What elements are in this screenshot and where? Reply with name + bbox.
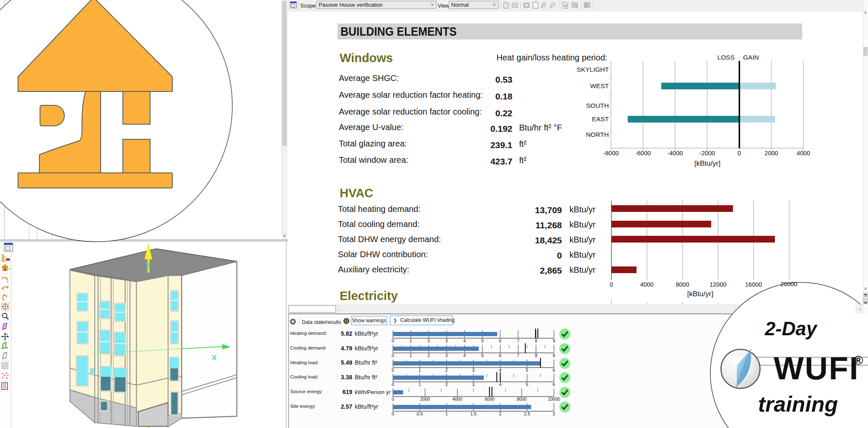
svg-text:2.5: 2.5 xyxy=(524,411,530,416)
svg-text:z: z xyxy=(6,294,8,298)
svg-text:Z: Z xyxy=(146,262,151,271)
svg-text:Y: Y xyxy=(7,285,9,289)
svg-text:-4000: -4000 xyxy=(667,150,683,157)
svg-text:4000: 4000 xyxy=(640,281,654,288)
svg-text:2000: 2000 xyxy=(764,150,778,157)
svg-text:0: 0 xyxy=(392,411,394,416)
svg-text:2-Day: 2-Day xyxy=(764,318,818,339)
svg-text:SOUTH: SOUTH xyxy=(586,102,609,109)
svg-text:1: 1 xyxy=(445,411,448,416)
svg-text:0: 0 xyxy=(610,281,613,288)
svg-text:NORTH: NORTH xyxy=(586,131,609,138)
svg-text:WEST: WEST xyxy=(590,82,609,89)
svg-text:0.5: 0.5 xyxy=(417,411,423,416)
svg-text:WUFI: WUFI xyxy=(774,350,859,386)
svg-text:SKYLIGHT: SKYLIGHT xyxy=(577,66,609,73)
svg-text:®: ® xyxy=(854,353,863,367)
svg-text:[kBtu/yr]: [kBtu/yr] xyxy=(694,159,720,167)
svg-text:-2000: -2000 xyxy=(699,150,715,157)
svg-text:x: x xyxy=(7,279,8,283)
svg-text:4000: 4000 xyxy=(797,150,810,157)
svg-text:8000: 8000 xyxy=(676,281,689,288)
svg-text:-6000: -6000 xyxy=(635,150,651,157)
svg-text:X: X xyxy=(212,354,217,362)
svg-text:EAST: EAST xyxy=(592,115,609,123)
svg-text:2: 2 xyxy=(499,411,502,416)
svg-text:1.5: 1.5 xyxy=(470,411,477,416)
svg-text:N: N xyxy=(6,333,8,336)
svg-text:0: 0 xyxy=(738,150,741,157)
svg-text:[kBtu/yr]: [kBtu/yr] xyxy=(687,290,713,298)
svg-text:GAIN: GAIN xyxy=(743,54,759,61)
svg-text:3: 3 xyxy=(553,411,555,416)
svg-text:-8000: -8000 xyxy=(603,150,619,157)
svg-text:LOSS: LOSS xyxy=(717,54,735,61)
svg-text:training: training xyxy=(758,392,838,416)
